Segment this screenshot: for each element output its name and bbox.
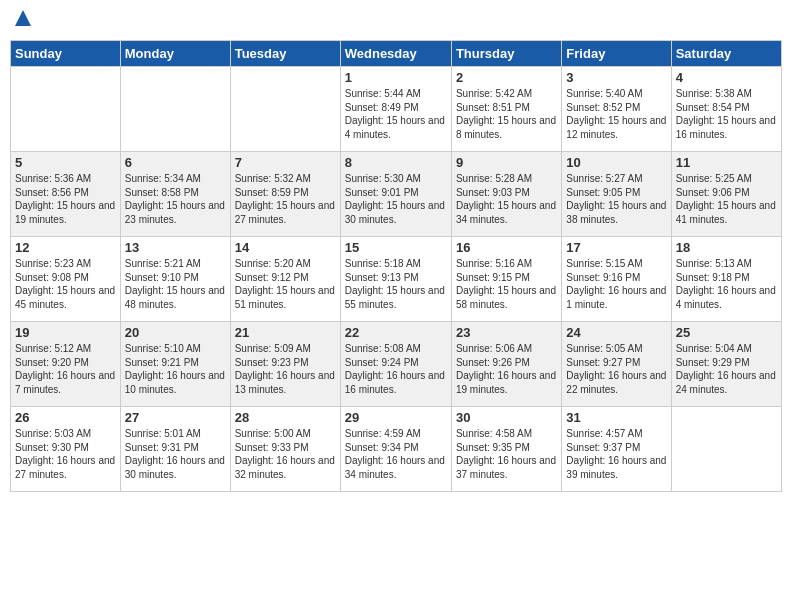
day-number: 11 (676, 155, 777, 170)
calendar-cell: 25Sunrise: 5:04 AM Sunset: 9:29 PM Dayli… (671, 322, 781, 407)
logo-icon (15, 10, 31, 26)
calendar-cell: 21Sunrise: 5:09 AM Sunset: 9:23 PM Dayli… (230, 322, 340, 407)
day-info: Sunrise: 5:01 AM Sunset: 9:31 PM Dayligh… (125, 427, 226, 481)
col-header-sunday: Sunday (11, 41, 121, 67)
day-info: Sunrise: 5:30 AM Sunset: 9:01 PM Dayligh… (345, 172, 447, 226)
day-number: 10 (566, 155, 666, 170)
day-info: Sunrise: 5:06 AM Sunset: 9:26 PM Dayligh… (456, 342, 557, 396)
calendar-cell: 27Sunrise: 5:01 AM Sunset: 9:31 PM Dayli… (120, 407, 230, 492)
col-header-thursday: Thursday (451, 41, 561, 67)
calendar-cell: 11Sunrise: 5:25 AM Sunset: 9:06 PM Dayli… (671, 152, 781, 237)
calendar-header-row: SundayMondayTuesdayWednesdayThursdayFrid… (11, 41, 782, 67)
day-number: 13 (125, 240, 226, 255)
day-info: Sunrise: 5:40 AM Sunset: 8:52 PM Dayligh… (566, 87, 666, 141)
day-info: Sunrise: 5:44 AM Sunset: 8:49 PM Dayligh… (345, 87, 447, 141)
col-header-monday: Monday (120, 41, 230, 67)
day-number: 5 (15, 155, 116, 170)
calendar-cell: 12Sunrise: 5:23 AM Sunset: 9:08 PM Dayli… (11, 237, 121, 322)
svg-marker-0 (15, 10, 31, 26)
calendar-cell: 30Sunrise: 4:58 AM Sunset: 9:35 PM Dayli… (451, 407, 561, 492)
calendar-cell: 2Sunrise: 5:42 AM Sunset: 8:51 PM Daylig… (451, 67, 561, 152)
calendar-cell: 7Sunrise: 5:32 AM Sunset: 8:59 PM Daylig… (230, 152, 340, 237)
calendar-cell: 26Sunrise: 5:03 AM Sunset: 9:30 PM Dayli… (11, 407, 121, 492)
day-info: Sunrise: 5:21 AM Sunset: 9:10 PM Dayligh… (125, 257, 226, 311)
day-info: Sunrise: 5:08 AM Sunset: 9:24 PM Dayligh… (345, 342, 447, 396)
day-number: 19 (15, 325, 116, 340)
calendar-cell: 9Sunrise: 5:28 AM Sunset: 9:03 PM Daylig… (451, 152, 561, 237)
calendar-cell: 1Sunrise: 5:44 AM Sunset: 8:49 PM Daylig… (340, 67, 451, 152)
day-number: 14 (235, 240, 336, 255)
day-number: 21 (235, 325, 336, 340)
day-info: Sunrise: 4:59 AM Sunset: 9:34 PM Dayligh… (345, 427, 447, 481)
day-info: Sunrise: 5:38 AM Sunset: 8:54 PM Dayligh… (676, 87, 777, 141)
day-info: Sunrise: 5:15 AM Sunset: 9:16 PM Dayligh… (566, 257, 666, 311)
day-info: Sunrise: 5:27 AM Sunset: 9:05 PM Dayligh… (566, 172, 666, 226)
calendar-table: SundayMondayTuesdayWednesdayThursdayFrid… (10, 40, 782, 492)
logo (14, 10, 32, 32)
col-header-saturday: Saturday (671, 41, 781, 67)
day-number: 31 (566, 410, 666, 425)
calendar-cell: 17Sunrise: 5:15 AM Sunset: 9:16 PM Dayli… (562, 237, 671, 322)
day-number: 23 (456, 325, 557, 340)
day-info: Sunrise: 5:16 AM Sunset: 9:15 PM Dayligh… (456, 257, 557, 311)
day-number: 24 (566, 325, 666, 340)
day-number: 1 (345, 70, 447, 85)
day-number: 27 (125, 410, 226, 425)
calendar-cell: 5Sunrise: 5:36 AM Sunset: 8:56 PM Daylig… (11, 152, 121, 237)
calendar-cell: 19Sunrise: 5:12 AM Sunset: 9:20 PM Dayli… (11, 322, 121, 407)
day-info: Sunrise: 5:18 AM Sunset: 9:13 PM Dayligh… (345, 257, 447, 311)
col-header-wednesday: Wednesday (340, 41, 451, 67)
day-info: Sunrise: 5:20 AM Sunset: 9:12 PM Dayligh… (235, 257, 336, 311)
calendar-cell: 6Sunrise: 5:34 AM Sunset: 8:58 PM Daylig… (120, 152, 230, 237)
day-number: 29 (345, 410, 447, 425)
day-info: Sunrise: 5:32 AM Sunset: 8:59 PM Dayligh… (235, 172, 336, 226)
calendar-week-row: 26Sunrise: 5:03 AM Sunset: 9:30 PM Dayli… (11, 407, 782, 492)
calendar-cell: 31Sunrise: 4:57 AM Sunset: 9:37 PM Dayli… (562, 407, 671, 492)
calendar-cell: 15Sunrise: 5:18 AM Sunset: 9:13 PM Dayli… (340, 237, 451, 322)
day-info: Sunrise: 5:28 AM Sunset: 9:03 PM Dayligh… (456, 172, 557, 226)
day-number: 9 (456, 155, 557, 170)
day-number: 3 (566, 70, 666, 85)
day-info: Sunrise: 5:36 AM Sunset: 8:56 PM Dayligh… (15, 172, 116, 226)
calendar-cell: 20Sunrise: 5:10 AM Sunset: 9:21 PM Dayli… (120, 322, 230, 407)
calendar-cell: 29Sunrise: 4:59 AM Sunset: 9:34 PM Dayli… (340, 407, 451, 492)
col-header-tuesday: Tuesday (230, 41, 340, 67)
day-number: 18 (676, 240, 777, 255)
page-header (10, 10, 782, 32)
day-number: 17 (566, 240, 666, 255)
calendar-cell (671, 407, 781, 492)
calendar-cell: 28Sunrise: 5:00 AM Sunset: 9:33 PM Dayli… (230, 407, 340, 492)
col-header-friday: Friday (562, 41, 671, 67)
day-number: 2 (456, 70, 557, 85)
day-number: 12 (15, 240, 116, 255)
calendar-cell: 10Sunrise: 5:27 AM Sunset: 9:05 PM Dayli… (562, 152, 671, 237)
day-info: Sunrise: 5:04 AM Sunset: 9:29 PM Dayligh… (676, 342, 777, 396)
day-info: Sunrise: 5:13 AM Sunset: 9:18 PM Dayligh… (676, 257, 777, 311)
day-number: 20 (125, 325, 226, 340)
day-number: 6 (125, 155, 226, 170)
day-number: 8 (345, 155, 447, 170)
calendar-cell (120, 67, 230, 152)
day-info: Sunrise: 5:10 AM Sunset: 9:21 PM Dayligh… (125, 342, 226, 396)
day-number: 22 (345, 325, 447, 340)
day-info: Sunrise: 5:25 AM Sunset: 9:06 PM Dayligh… (676, 172, 777, 226)
day-info: Sunrise: 5:42 AM Sunset: 8:51 PM Dayligh… (456, 87, 557, 141)
calendar-cell: 24Sunrise: 5:05 AM Sunset: 9:27 PM Dayli… (562, 322, 671, 407)
calendar-cell: 22Sunrise: 5:08 AM Sunset: 9:24 PM Dayli… (340, 322, 451, 407)
calendar-week-row: 19Sunrise: 5:12 AM Sunset: 9:20 PM Dayli… (11, 322, 782, 407)
day-info: Sunrise: 5:09 AM Sunset: 9:23 PM Dayligh… (235, 342, 336, 396)
logo-text (14, 10, 32, 32)
day-info: Sunrise: 5:34 AM Sunset: 8:58 PM Dayligh… (125, 172, 226, 226)
calendar-week-row: 12Sunrise: 5:23 AM Sunset: 9:08 PM Dayli… (11, 237, 782, 322)
calendar-cell (11, 67, 121, 152)
day-info: Sunrise: 5:05 AM Sunset: 9:27 PM Dayligh… (566, 342, 666, 396)
day-info: Sunrise: 5:00 AM Sunset: 9:33 PM Dayligh… (235, 427, 336, 481)
day-info: Sunrise: 5:12 AM Sunset: 9:20 PM Dayligh… (15, 342, 116, 396)
day-number: 30 (456, 410, 557, 425)
calendar-cell: 8Sunrise: 5:30 AM Sunset: 9:01 PM Daylig… (340, 152, 451, 237)
day-number: 28 (235, 410, 336, 425)
day-number: 16 (456, 240, 557, 255)
calendar-cell: 23Sunrise: 5:06 AM Sunset: 9:26 PM Dayli… (451, 322, 561, 407)
calendar-cell (230, 67, 340, 152)
calendar-cell: 4Sunrise: 5:38 AM Sunset: 8:54 PM Daylig… (671, 67, 781, 152)
